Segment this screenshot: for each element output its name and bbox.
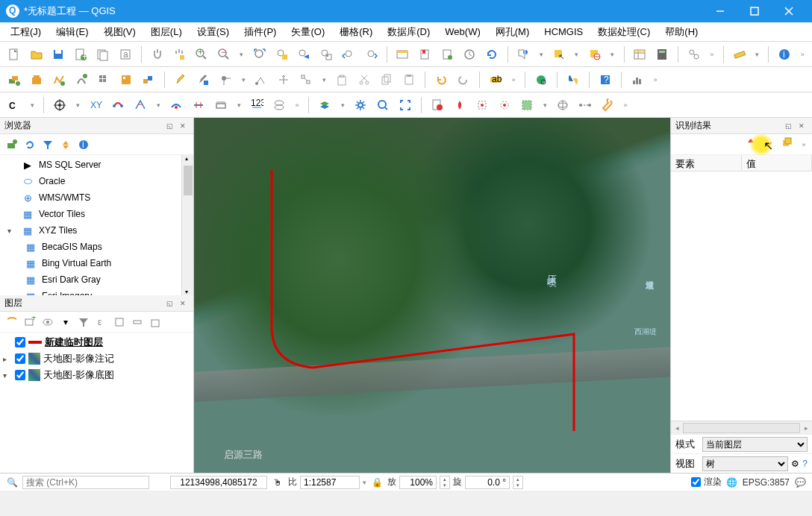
filter-browser-icon[interactable]	[40, 137, 55, 152]
magnifier-input[interactable]	[399, 476, 437, 489]
wrench-button[interactable]	[598, 95, 617, 115]
identify-overflow[interactable]: »	[799, 141, 809, 148]
menu-edit[interactable]: 编辑(E)	[50, 24, 94, 40]
pan-to-selection-button[interactable]	[170, 45, 190, 64]
refresh-browser-icon[interactable]	[22, 137, 37, 152]
copy-features-button[interactable]	[377, 70, 396, 89]
identify-dropdown[interactable]: ▾	[536, 51, 546, 58]
menu-settings[interactable]: 设置(S)	[191, 24, 235, 40]
overflow-chev-2[interactable]: »	[797, 51, 808, 58]
messages-icon[interactable]: 💬	[793, 476, 808, 489]
menu-layer[interactable]: 图层(L)	[145, 24, 188, 40]
extent-button[interactable]	[517, 95, 537, 115]
new-bookmark-button[interactable]	[415, 45, 434, 64]
identify-mode-select[interactable]: 当前图层	[702, 437, 808, 452]
browser-item-oracle[interactable]: ⬭Oracle	[3, 173, 190, 189]
menu-database[interactable]: 数据库(D)	[381, 24, 436, 40]
trace-button[interactable]	[108, 95, 128, 115]
layers-close-button[interactable]: ✕	[177, 298, 189, 309]
new-map-view-button[interactable]	[393, 45, 413, 64]
browser-item-wms[interactable]: ⊕WMS/WMTS	[3, 189, 190, 206]
new-geopackage-button[interactable]	[27, 70, 46, 89]
layers-remove-icon[interactable]	[148, 315, 163, 330]
undo-button[interactable]	[431, 70, 451, 89]
mouse-icon[interactable]: 🖱	[270, 476, 285, 489]
menu-plugins[interactable]: 插件(P)	[238, 24, 282, 40]
overflow-chev-6[interactable]: »	[620, 101, 631, 109]
123-button[interactable]: 123	[247, 95, 266, 115]
layer-style-button[interactable]	[315, 95, 334, 115]
fullscreen-button[interactable]	[396, 95, 415, 115]
magnifier-spinner[interactable]: ▴▾	[440, 476, 450, 489]
crs-label[interactable]: EPSG:3857	[743, 477, 790, 488]
menu-project[interactable]: 工程(J)	[4, 24, 47, 40]
toggle-editing-button[interactable]	[171, 70, 190, 89]
identify-close-button[interactable]: ✕	[796, 120, 808, 132]
close-button[interactable]	[772, 0, 806, 22]
attribute-table-button[interactable]	[631, 45, 650, 64]
rectangle-tool-button[interactable]	[211, 95, 231, 115]
delete-selected-button[interactable]	[332, 70, 352, 89]
deselect-dropdown[interactable]: ▾	[608, 51, 618, 58]
layers-eye-icon[interactable]	[40, 315, 55, 330]
menu-mesh[interactable]: 网孔(M)	[490, 24, 536, 40]
histogram-button[interactable]	[628, 70, 647, 89]
label-tool-button[interactable]: abc	[486, 70, 505, 89]
identify-hscroll[interactable]: ◂▸	[671, 421, 812, 434]
overflow-chev-5[interactable]: »	[292, 101, 302, 109]
move-feature-button[interactable]	[274, 70, 293, 89]
layer-temp-checkbox[interactable]	[15, 337, 25, 347]
new-project-button[interactable]	[4, 45, 24, 64]
layers-collapse-icon[interactable]	[130, 315, 145, 330]
browser-undock-button[interactable]: ◱	[163, 120, 175, 132]
refresh-button[interactable]	[482, 45, 502, 64]
zoom-in-button[interactable]: +	[192, 45, 211, 64]
snap-button[interactable]	[50, 95, 69, 115]
collapse-all-icon[interactable]	[58, 137, 73, 152]
new-print-layout-button[interactable]: +	[71, 45, 90, 64]
menu-hcmgis[interactable]: HCMGIS	[538, 25, 589, 39]
rotation-spinner[interactable]: ▴▾	[513, 476, 523, 489]
coordinates-input[interactable]	[170, 476, 267, 489]
identify-features-button[interactable]: i	[514, 45, 534, 64]
target2-button[interactable]	[495, 95, 514, 115]
cut-features-button[interactable]	[355, 70, 374, 89]
layers-undock-button[interactable]: ◱	[163, 298, 175, 309]
overflow-chev-3[interactable]: »	[508, 76, 519, 84]
layout-manager-button[interactable]	[93, 45, 113, 64]
xy-tool-button[interactable]: XY	[86, 95, 105, 115]
properties-icon[interactable]: i	[76, 137, 91, 152]
style-manager-button[interactable]: a	[116, 45, 135, 64]
save-project-button[interactable]	[49, 45, 69, 64]
layers-style-icon[interactable]	[4, 315, 19, 330]
field-calculator-button[interactable]	[652, 45, 672, 64]
layers-add-group-icon[interactable]: +	[22, 315, 37, 330]
overflow-chev-1[interactable]: »	[707, 51, 717, 58]
help-button[interactable]: ?	[596, 70, 615, 89]
menu-view[interactable]: 视图(V)	[98, 24, 142, 40]
browser-tree[interactable]: ▶MS SQL Server ⬭Oracle ⊕WMS/WMTS ▦Vector…	[0, 155, 193, 295]
select-dropdown[interactable]: ▾	[572, 51, 582, 58]
layer-basemap[interactable]: ▾ 天地图-影像底图	[3, 367, 190, 383]
plugin-info-button[interactable]: i	[775, 45, 794, 64]
layer-annotation[interactable]: ▸ 天地图-影像注记	[3, 350, 190, 367]
vertex-tool-button[interactable]	[296, 70, 316, 89]
search-tool-button[interactable]	[373, 95, 393, 115]
data-source-button[interactable]	[4, 70, 24, 89]
new-vector-button[interactable]	[49, 70, 69, 89]
menu-vector[interactable]: 矢量(O)	[285, 24, 331, 40]
zoom-out-button[interactable]: −	[214, 45, 234, 64]
browser-scrollbar[interactable]: ▴▾	[181, 155, 193, 295]
split-button[interactable]	[189, 95, 208, 115]
deselect-button[interactable]	[585, 45, 605, 64]
maximize-button[interactable]	[737, 0, 772, 22]
render-checkbox[interactable]	[691, 477, 701, 487]
zoom-native-button[interactable]	[316, 45, 336, 64]
python-console-button[interactable]	[563, 70, 583, 89]
browser-item-vectortiles[interactable]: ▦Vector Tiles	[3, 206, 190, 222]
browser-close-button[interactable]: ✕	[177, 120, 189, 132]
scale-input[interactable]	[300, 476, 360, 489]
identify-col-value[interactable]: 值	[742, 155, 813, 171]
identify-view-select[interactable]: 树	[702, 456, 788, 471]
menu-web[interactable]: Web(W)	[439, 25, 486, 39]
